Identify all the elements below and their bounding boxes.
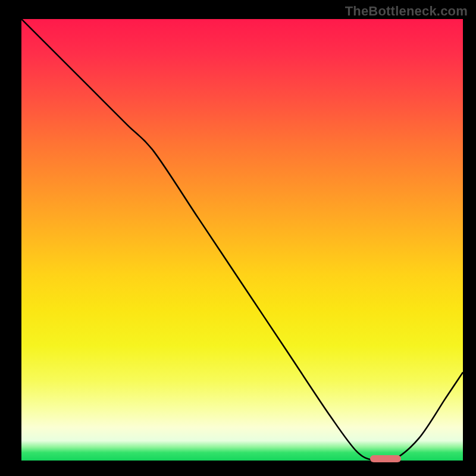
watermark-text: TheBottleneck.com xyxy=(345,4,468,19)
curve-path xyxy=(21,19,463,461)
optimal-range-marker xyxy=(370,455,401,462)
plot-area xyxy=(21,19,463,461)
chart-container: TheBottleneck.com xyxy=(0,0,476,476)
bottleneck-curve xyxy=(21,19,463,461)
